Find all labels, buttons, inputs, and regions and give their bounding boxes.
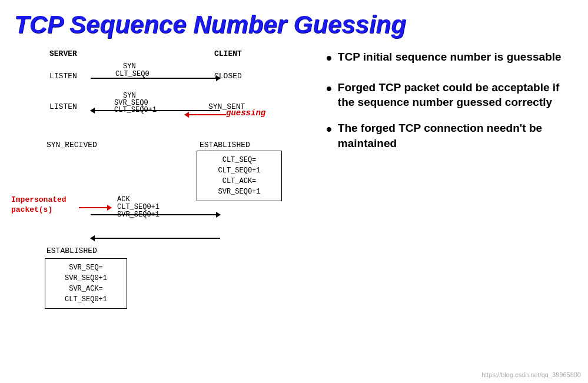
bullet-text-1: TCP initial sequence number is guessable xyxy=(338,49,562,65)
slide-title: TCP Sequence Number Guessing xyxy=(14,11,574,39)
row3-ack: ACK xyxy=(117,195,130,204)
col-client-label: CLIENT xyxy=(214,49,242,58)
row3-cltseq01: CLT_SEQ0+1 xyxy=(117,203,160,211)
bullet-text-2: Forged TCP packet could be acceptable if… xyxy=(338,80,574,110)
watermark: https://blog.csdn.net/qq_39965800 xyxy=(481,371,581,378)
bullet-item-1: • TCP initial sequence number is guessab… xyxy=(326,49,574,69)
guessing-arrow xyxy=(185,114,226,115)
row1-syn: SYN xyxy=(123,62,136,71)
bullet-dot-1: • xyxy=(326,47,332,69)
impersonated-label: Impersonated packet(s) xyxy=(11,195,76,215)
bullet-text-3: The forged TCP connection needn't be mai… xyxy=(338,121,574,151)
arrow-row3 xyxy=(91,214,220,215)
arrow-row2 xyxy=(91,110,220,111)
bullet-list: • TCP initial sequence number is guessab… xyxy=(326,49,574,151)
bullet-dot-3: • xyxy=(326,118,332,141)
est-box-server: SVR_SEQ= SVR_SEQ0+1 SVR_ACK= CLT_SEQ0+1 xyxy=(45,258,127,309)
est-server-l3: SVR_ACK= xyxy=(69,285,103,293)
row3-established-label: ESTABLISHED xyxy=(200,141,250,149)
est-server-l1: SVR_SEQ= xyxy=(69,264,103,272)
est-server-l2: SVR_SEQ0+1 xyxy=(65,274,107,282)
diagram-inner: SERVER CLIENT LISTEN CLOSED SYN CLT_SEQ0… xyxy=(14,49,314,338)
bullets-section: • TCP initial sequence number is guessab… xyxy=(314,49,574,338)
slide: TCP Sequence Number Guessing SERVER CLIE… xyxy=(0,0,588,383)
est-client-l4: SVR_SEQ0+1 xyxy=(218,188,260,196)
row1-listen: LISTEN xyxy=(49,72,77,81)
diagram: SERVER CLIENT LISTEN CLOSED SYN CLT_SEQ0… xyxy=(14,49,314,338)
row2-listen: LISTEN xyxy=(49,102,77,111)
arrow-row1 xyxy=(91,78,220,79)
impersonated-arrow xyxy=(79,207,111,208)
bullet-item-3: • The forged TCP connection needn't be m… xyxy=(326,121,574,151)
est-client-l2: CLT_SEQ0+1 xyxy=(218,166,260,175)
row4-established-label: ESTABLISHED xyxy=(46,247,97,255)
content-area: SERVER CLIENT LISTEN CLOSED SYN CLT_SEQ0… xyxy=(14,49,574,338)
row1-cltseq0: CLT_SEQ0 xyxy=(115,70,150,78)
arrow-row4 xyxy=(91,238,220,239)
est-client-l1: CLT_SEQ= xyxy=(222,156,257,164)
col-server-label: SERVER xyxy=(49,49,77,58)
row3-synrecv: SYN_RECIVED xyxy=(46,141,97,149)
est-server-l4: CLT_SEQ0+1 xyxy=(65,295,107,304)
est-client-l3: CLT_ACK= xyxy=(222,177,257,185)
est-box-client: CLT_SEQ= CLT_SEQ0+1 CLT_ACK= SVR_SEQ0+1 xyxy=(197,151,282,201)
guessing-label: guessing xyxy=(226,108,265,118)
bullet-dot-2: • xyxy=(326,78,332,100)
bullet-item-2: • Forged TCP packet could be acceptable … xyxy=(326,80,574,110)
